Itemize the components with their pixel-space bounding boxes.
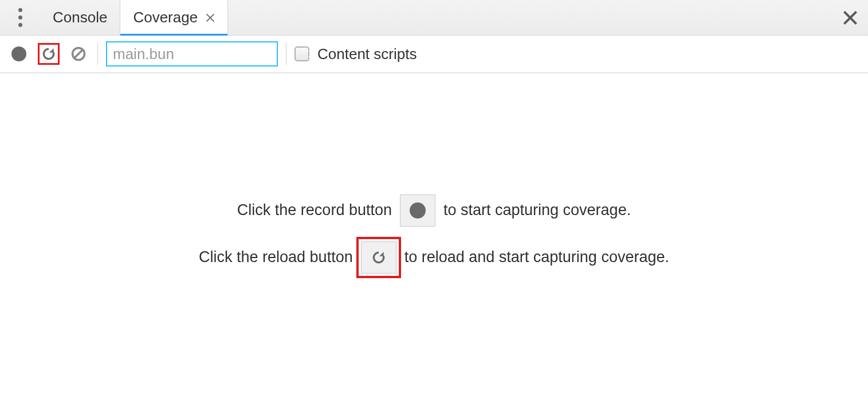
hint-record-before: Click the record button [237,201,392,219]
tab-strip: Console Coverage [0,0,868,36]
close-icon[interactable] [206,13,215,22]
separator [286,43,286,65]
hint-reload-after: to reload and start capturing coverage. [404,248,669,266]
block-icon [70,46,87,62]
more-icon[interactable] [0,0,40,35]
hint-record-after: to start capturing coverage. [443,201,631,219]
url-filter-input[interactable] [113,45,299,63]
record-icon [11,46,26,61]
content-scripts-checkbox[interactable] [294,46,309,61]
tab-console[interactable]: Console [40,0,120,35]
record-icon [410,202,426,219]
hint-text: Click the record button to start capturi… [199,180,669,288]
separator [97,43,98,65]
hint-reload-button[interactable] [361,241,396,274]
content-scripts-label: Content scripts [317,45,417,63]
hint-record-button[interactable] [400,194,435,227]
svg-line-1 [74,49,83,58]
tab-label: Console [53,9,107,26]
coverage-empty-state: Click the record button to start capturi… [0,73,868,394]
tab-coverage[interactable]: Coverage [120,0,228,35]
clear-button[interactable] [68,43,89,65]
reload-icon [41,46,56,61]
tab-label: Coverage [133,9,198,26]
close-drawer-icon[interactable] [842,9,859,26]
coverage-toolbar: Content scripts [0,36,868,73]
reload-icon [371,250,386,265]
reload-button[interactable] [38,43,60,65]
hint-reload-before: Click the reload button [199,248,353,266]
record-button[interactable] [8,43,30,65]
url-filter[interactable] [106,41,278,67]
